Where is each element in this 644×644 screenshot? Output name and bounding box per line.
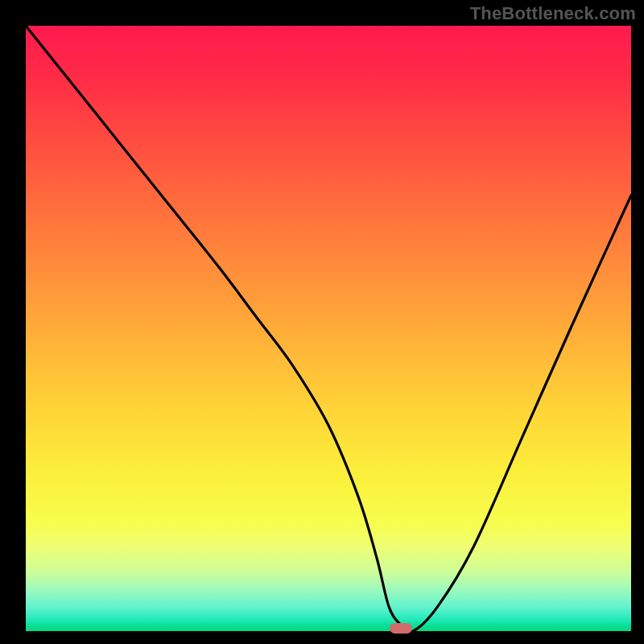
watermark-text: TheBottleneck.com (470, 3, 636, 24)
bottleneck-curve-path (26, 26, 631, 632)
optimum-marker (390, 623, 412, 634)
curve-svg (26, 26, 631, 631)
plot-area (26, 26, 631, 631)
chart-stage: TheBottleneck.com (0, 0, 644, 644)
